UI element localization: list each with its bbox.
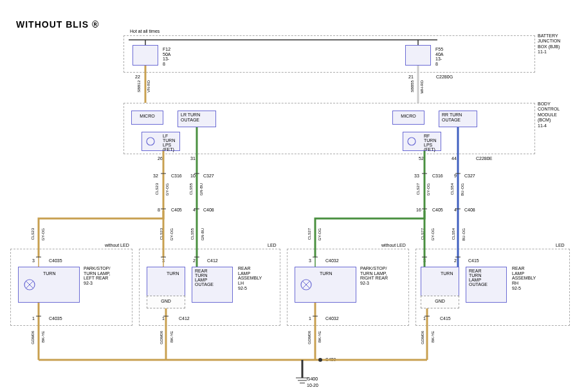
bjb-box [123, 35, 535, 73]
g4-pin3: 3 [423, 258, 426, 263]
gyog-g1: GY-OG [41, 228, 45, 240]
g1-pin3: 3 [32, 258, 35, 263]
cls27-r: CLS27 [416, 183, 420, 195]
pin-8: 8 [158, 208, 160, 212]
g3-pin3: 3 [309, 258, 311, 263]
g1-c4035: C4035 [49, 258, 62, 263]
bkye-4: BK-YE [431, 331, 435, 343]
pin-44: 44 [452, 156, 457, 161]
pin-52: 52 [419, 156, 424, 161]
g2-pin2: 2 [193, 258, 196, 263]
led-l: LED [268, 243, 277, 247]
without-led-l: without LED [105, 243, 129, 247]
cls77-g4: CLS77 [421, 228, 424, 240]
bkye-1: BK-YE [41, 331, 45, 343]
g4-pin2: 2 [454, 258, 457, 263]
gy-og-r: GY-OG [426, 183, 430, 195]
g1-c4035b: C4035 [49, 316, 62, 321]
lf-turn-lps: LFTURNLPS(FET) [141, 132, 180, 151]
g3-pin1: 1 [309, 316, 311, 321]
gyog-g2: GY-OG [170, 228, 174, 240]
g2-pin1: 1 [162, 316, 165, 321]
pin-21: 21 [408, 75, 414, 79]
c316-l: C316 [171, 174, 182, 178]
turn-box-3: TURN [295, 267, 356, 303]
gdm06-3: GDM06 [307, 331, 311, 344]
bkye-3: BK-YE [318, 331, 322, 343]
c405-r: C405 [432, 208, 443, 212]
pin-4r: 4 [454, 208, 457, 212]
g2-c412b: C412 [179, 316, 190, 321]
pin-22: 22 [135, 75, 140, 79]
rl-rh-label: REARLAMPASSEMBLYRH92-5 [512, 266, 536, 290]
gy-og-l: GY-OG [165, 183, 169, 195]
pin-16: 16 [416, 208, 421, 212]
g2-pin3: 3 [162, 258, 165, 263]
c316-r: C316 [432, 174, 443, 178]
vn-rd: VN-RD [147, 80, 151, 93]
hot-label: Hot at all times [130, 29, 160, 33]
cls27-g3: CLS27 [307, 228, 311, 240]
sbb55: SBB55 [410, 80, 414, 93]
rl-lh-label: REARLAMPASSEMBLYLH92-5 [238, 266, 262, 290]
g3-c4032b: C4032 [325, 316, 339, 321]
c405-l: C405 [171, 208, 182, 212]
cls23-l: CLS23 [155, 183, 159, 195]
gnd-4: GND [421, 296, 459, 308]
c408-l: C408 [203, 208, 214, 212]
gnd-2: GND [147, 296, 185, 308]
bkye-2: BK-YE [170, 331, 174, 343]
gdm06-4: GDM06 [421, 331, 424, 344]
rt-outage-rh: REARTURNLAMPOUTAGE [466, 267, 507, 303]
g2-c412: C412 [207, 258, 218, 263]
fuse-f55: F55 40A 13-8 [405, 45, 431, 66]
g4-pin1: 1 [423, 316, 426, 321]
cls54-r: CLS54 [450, 183, 454, 195]
pin-33: 33 [414, 174, 419, 178]
micro-right: MICRO [392, 111, 424, 125]
without-led-r: without LED [381, 243, 406, 247]
turn-box-1: TURN [18, 267, 80, 303]
conn-c2280e: C2280E [476, 156, 492, 161]
pin-31: 31 [190, 156, 196, 161]
gdm06-2: GDM06 [160, 331, 163, 344]
ps-lr-label: PARK/STOP/TURN LAMP,LEFT REAR92-3 [84, 266, 111, 286]
cls54-g4: CLS54 [452, 228, 455, 240]
rt-outage-lh: REARTURNLAMPOUTAGE [192, 267, 233, 303]
bu-og-r: BU-OG [461, 183, 464, 196]
sbb12: SBB12 [137, 80, 141, 93]
c327-r: C327 [464, 174, 475, 178]
g4-c415b: C415 [440, 316, 451, 321]
lr-turn-outage: LR TURNOUTAGE [178, 111, 216, 127]
gyog-g3: GY-OG [318, 228, 322, 240]
micro-left: MICRO [131, 111, 163, 125]
pin-26: 26 [158, 156, 163, 161]
conn-c2280g: C2280G [436, 75, 453, 79]
rr-turn-outage: RR TURNOUTAGE [439, 111, 477, 127]
g4-c415: C415 [468, 258, 479, 263]
bcm-label: BODY CONTROL MODULE (BCM) 11-4 [538, 102, 560, 129]
pin-9: 9 [454, 174, 457, 178]
cls23-g1: CLS23 [31, 228, 35, 240]
g400: G400 [307, 377, 318, 381]
pin-4l: 4 [193, 208, 196, 212]
cls23-g2: CLS23 [160, 228, 163, 240]
bjb-label: BATTERY JUNCTION BOX (BJB) 11-1 [538, 33, 560, 55]
led-r: LED [556, 243, 565, 247]
pin-10: 10 [190, 174, 196, 178]
c408-r: C408 [464, 208, 475, 212]
rf-turn-lps: RFTURNLPS(FET) [403, 132, 441, 151]
gdm06-1: GDM06 [31, 331, 35, 344]
g400-ref: 10-20 [307, 383, 318, 388]
gnbu-g2: GN-BU [201, 228, 205, 240]
pin-32: 32 [153, 174, 158, 178]
g1-pin1: 1 [32, 316, 35, 321]
cls55-l: CLS55 [189, 183, 193, 195]
wh-rd: WH-RD [420, 80, 424, 94]
gn-bu-l: GN-BU [199, 183, 203, 195]
g3-c4032: C4032 [325, 258, 339, 263]
ps-rr-label: PARK/STOP/TURN LAMP,RIGHT REAR92-3 [360, 266, 388, 286]
fuse-f12: F12 50A 13-8 [132, 45, 158, 66]
diagram-title: WITHOUT BLIS ® [16, 19, 99, 30]
cls55-g2: CLS55 [190, 228, 194, 240]
